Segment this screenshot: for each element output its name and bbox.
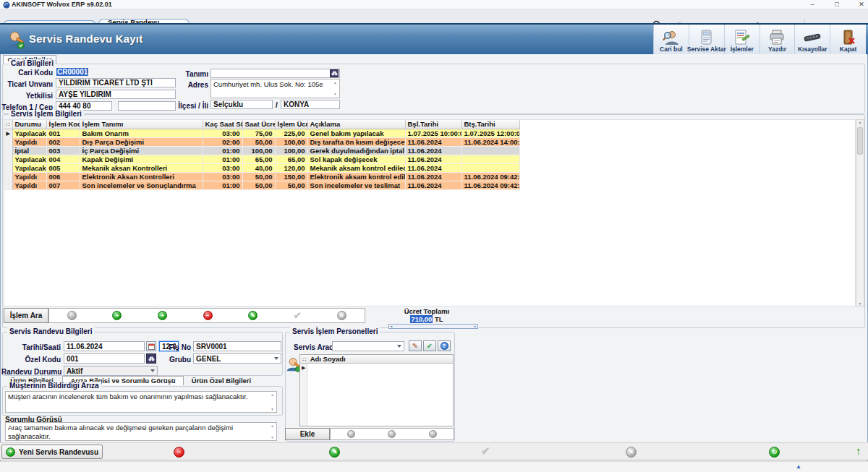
sorumlu-scroll-arrows[interactable]: ▲ ▼	[269, 424, 276, 439]
tanimi-lookup-button[interactable]	[330, 69, 339, 77]
ozel-kodu-input[interactable]	[64, 353, 145, 364]
new-appointment-button[interactable]: + Yeni Servis Randevusu	[1, 445, 103, 459]
adi-soyadi-column[interactable]: Adı Soyadı	[310, 355, 346, 363]
grid-cell: 11.06.2024 14:00:00	[461, 137, 519, 146]
fis-no-input[interactable]	[193, 341, 281, 351]
maximize-button[interactable]: □	[826, 0, 848, 9]
adres-textarea[interactable]: Cumhuriyet mh. Ulus Sok. No: 105e	[210, 79, 340, 98]
minimize-button[interactable]: –	[801, 0, 823, 9]
grid-cell: 006	[46, 172, 80, 181]
tarih-input[interactable]	[64, 341, 145, 351]
nav-first-icon[interactable]	[67, 311, 77, 320]
grid-row[interactable]: Yapılacak004Kapak Değişimi01:0065,0065,0…	[4, 155, 519, 163]
scroll-up-icon[interactable]: ▲	[271, 424, 274, 428]
servis-islem-legend: Servis İşlem Bilgileri	[9, 110, 84, 118]
export-up-icon[interactable]: ↑	[856, 445, 861, 457]
grubu-select[interactable]: GENEL	[193, 353, 281, 364]
ekle-button[interactable]: Ekle	[285, 428, 330, 440]
grid-cell: 100,00	[242, 146, 275, 155]
nav-append-icon[interactable]: +	[158, 311, 167, 320]
calendar-button[interactable]	[146, 341, 156, 351]
grid-cell: 1.07.2025 12:00:00	[461, 129, 519, 137]
grid-column-header[interactable]: Kaç Saat Sürdü	[203, 120, 242, 129]
scroll-down-icon[interactable]: ▼	[859, 301, 862, 306]
servis-araci-select[interactable]	[332, 341, 404, 351]
edit-vehicle-button[interactable]: ✎	[409, 340, 422, 351]
sorumlu-textarea[interactable]: Araç tamamen bakıma alınacak ve değişmes…	[5, 422, 277, 441]
yetkilisi-input[interactable]	[56, 90, 176, 99]
grid-row[interactable]: Yapıldı007Son incelemeler ve Sonuçlandır…	[4, 181, 519, 189]
ilce-input[interactable]	[210, 100, 273, 109]
randevu-legend: Servis Randevu Bilgileri	[7, 327, 95, 335]
scroll-up-icon[interactable]: ▲	[859, 120, 862, 124]
grid-column-header[interactable]: Saat Ücreti	[242, 120, 275, 129]
islemler-button[interactable]: İşlemler	[725, 25, 760, 54]
grid-column-header[interactable]: Durumu	[12, 120, 46, 129]
grid-cell: 65,00	[242, 155, 275, 163]
nav-prior-icon[interactable]	[388, 430, 396, 438]
grid-row[interactable]: Yapıldı002Dış Parça Değişimi02:0050,0010…	[4, 137, 519, 146]
grid-column-header[interactable]: Açıklama	[307, 120, 405, 129]
scroll-left-icon[interactable]: ◄	[390, 325, 393, 328]
il-input[interactable]	[281, 100, 340, 109]
scroll-up-icon[interactable]: ▲	[271, 392, 274, 397]
grid-row[interactable]: İptal003İç Parça Değişimi01:00100,00100,…	[4, 146, 519, 155]
personel-navigator	[330, 428, 454, 440]
nav-delete-icon[interactable]: −	[203, 311, 213, 320]
grid-row[interactable]: Yapıldı006Elektronik Aksan Kontrolleri03…	[4, 172, 519, 181]
scroll-down-icon[interactable]: ▼	[271, 435, 274, 439]
nav-first-icon[interactable]	[347, 430, 355, 438]
grid-cell: 120,00	[275, 163, 307, 172]
collapse-panel-icon[interactable]: ▲	[796, 463, 801, 470]
nav-next-icon[interactable]	[429, 430, 437, 438]
grid-vertical-scrollbar[interactable]: ▲ ▼	[856, 119, 864, 306]
ticari-unvani-input[interactable]	[56, 78, 176, 87]
islem-ara-button[interactable]: İşlem Ara	[4, 308, 48, 323]
ozel-kodu-lookup-button[interactable]	[146, 353, 156, 364]
cari-bul-button[interactable]: Cari bul	[654, 25, 689, 54]
scroll-down-icon[interactable]: ▼	[333, 92, 337, 96]
scroll-down-icon[interactable]: ▼	[271, 407, 274, 411]
fis-no-label: Fiş No	[166, 343, 191, 351]
nav-cancel-icon[interactable]: ✕	[337, 311, 346, 320]
nav-insert-icon[interactable]: +	[112, 311, 122, 320]
kapat-button[interactable]: Kapat	[830, 25, 866, 54]
delete-record-icon[interactable]: −	[174, 447, 184, 458]
grid-row[interactable]: Yapılacak005Mekanik aksan Kontrolleri03:…	[4, 163, 519, 172]
servise-aktar-button[interactable]: Servise Aktar	[689, 25, 725, 54]
grid-column-header[interactable]: İşlem Tanımı	[80, 120, 203, 129]
mini-horizontal-scrollbar[interactable]: ◄ ►	[388, 324, 478, 329]
grid-column-header[interactable]: İşlem Ücreti	[275, 120, 307, 129]
ariza-textarea[interactable]: Müşteri aracının incelenerek tüm bakım v…	[5, 391, 277, 413]
transfer-device-icon	[697, 29, 716, 46]
grid-column-header[interactable]: Bşl.Tarihi	[405, 120, 461, 129]
cari-kodu-value[interactable]: CR00001	[56, 68, 88, 76]
scroll-up-icon[interactable]: ▲	[333, 80, 337, 85]
grid-column-header[interactable]: Btş.Tarihi	[461, 120, 519, 129]
grid-row[interactable]: ▶Yapılacak001Bakım Onarım03:0075,00225,0…	[4, 129, 519, 137]
refresh-icon[interactable]: ↻	[769, 447, 780, 458]
personel-grid-body[interactable]: ▶	[300, 364, 453, 426]
close-button[interactable]: ✕	[851, 0, 868, 9]
personel-grid-header[interactable]: :: Adı Soyadı	[300, 355, 453, 364]
nav-edit-icon[interactable]: ✎	[248, 311, 258, 320]
ucret-toplami-value[interactable]: 710,00	[410, 315, 433, 323]
tab-urun-ozel-bilgileri[interactable]: Ürün Özel Bilgileri	[187, 377, 256, 385]
scrollbar-thumb[interactable]	[857, 127, 863, 155]
adres-scroll-arrows[interactable]: ▲ ▼	[332, 80, 339, 96]
nav-post-icon[interactable]: ✔	[294, 311, 302, 320]
ariza-scroll-arrows[interactable]: ▲ ▼	[269, 392, 276, 411]
confirm-vehicle-button[interactable]: ✔	[423, 340, 436, 351]
yazdir-button[interactable]: Yazdır	[760, 25, 796, 54]
help-button[interactable]: ?	[438, 340, 451, 351]
grid-cell: Mekanik aksan Kontrolleri	[80, 163, 203, 172]
lookup-binocular-icon	[148, 356, 155, 361]
scroll-right-icon[interactable]: ►	[474, 325, 477, 328]
cancel-record-icon[interactable]: ✕	[626, 447, 637, 458]
randevu-durumu-select[interactable]: Aktif	[64, 366, 158, 376]
tanimi-input[interactable]	[210, 69, 340, 78]
grid-column-header[interactable]: İşlem Kodu	[46, 120, 80, 129]
kisayollar-button[interactable]: Kısayollar	[795, 25, 830, 54]
post-record-icon[interactable]: ✔	[481, 445, 490, 456]
edit-record-icon[interactable]: ✎	[329, 447, 340, 458]
